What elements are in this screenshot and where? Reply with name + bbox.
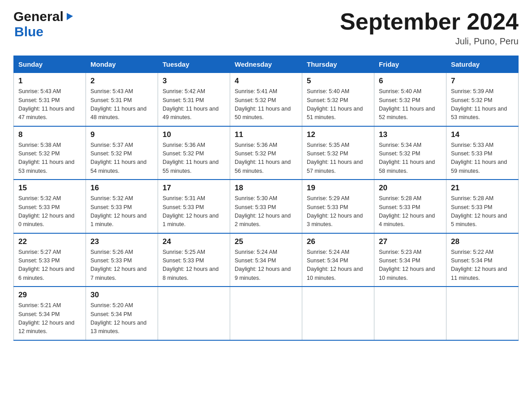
calendar-day-cell: 22Sunrise: 5:27 AMSunset: 5:33 PMDayligh… — [14, 233, 86, 287]
day-info: Sunrise: 5:32 AMSunset: 5:33 PMDaylight:… — [18, 194, 81, 229]
calendar-day-cell: 1Sunrise: 5:43 AMSunset: 5:31 PMDaylight… — [14, 73, 86, 126]
calendar-body: 1Sunrise: 5:43 AMSunset: 5:31 PMDaylight… — [14, 73, 519, 340]
day-number: 14 — [451, 130, 514, 139]
calendar-day-cell: 23Sunrise: 5:26 AMSunset: 5:33 PMDayligh… — [86, 233, 158, 287]
calendar-day-cell: 17Sunrise: 5:31 AMSunset: 5:33 PMDayligh… — [158, 180, 230, 233]
day-number: 15 — [18, 184, 81, 193]
calendar-day-cell: 18Sunrise: 5:30 AMSunset: 5:33 PMDayligh… — [230, 180, 302, 233]
calendar-day-cell — [374, 287, 446, 340]
svg-marker-0 — [67, 13, 73, 20]
weekday-header-cell: Friday — [374, 56, 446, 73]
calendar-day-cell: 13Sunrise: 5:34 AMSunset: 5:32 PMDayligh… — [374, 126, 446, 180]
calendar-week-row: 1Sunrise: 5:43 AMSunset: 5:31 PMDaylight… — [14, 73, 519, 126]
day-info: Sunrise: 5:39 AMSunset: 5:32 PMDaylight:… — [451, 87, 514, 122]
calendar-week-row: 15Sunrise: 5:32 AMSunset: 5:33 PMDayligh… — [14, 180, 519, 233]
calendar-day-cell: 27Sunrise: 5:23 AMSunset: 5:34 PMDayligh… — [374, 233, 446, 287]
day-info: Sunrise: 5:36 AMSunset: 5:32 PMDaylight:… — [163, 141, 225, 176]
calendar-table: SundayMondayTuesdayWednesdayThursdayFrid… — [13, 56, 519, 341]
day-info: Sunrise: 5:20 AMSunset: 5:34 PMDaylight:… — [90, 301, 153, 336]
day-info: Sunrise: 5:38 AMSunset: 5:32 PMDaylight:… — [18, 141, 81, 176]
calendar-day-cell: 26Sunrise: 5:24 AMSunset: 5:34 PMDayligh… — [302, 233, 374, 287]
weekday-header-cell: Monday — [86, 56, 158, 73]
calendar-day-cell: 21Sunrise: 5:28 AMSunset: 5:33 PMDayligh… — [446, 180, 519, 233]
calendar-day-cell: 6Sunrise: 5:40 AMSunset: 5:32 PMDaylight… — [374, 73, 446, 126]
calendar-day-cell: 3Sunrise: 5:42 AMSunset: 5:31 PMDaylight… — [158, 73, 230, 126]
day-info: Sunrise: 5:31 AMSunset: 5:33 PMDaylight:… — [163, 194, 225, 229]
calendar-day-cell: 11Sunrise: 5:36 AMSunset: 5:32 PMDayligh… — [230, 126, 302, 180]
calendar-day-cell — [302, 287, 374, 340]
day-number: 6 — [379, 77, 442, 86]
day-number: 10 — [163, 130, 225, 139]
calendar-day-cell — [230, 287, 302, 340]
day-number: 18 — [235, 184, 297, 193]
day-number: 21 — [451, 184, 514, 193]
day-number: 26 — [307, 237, 369, 246]
day-info: Sunrise: 5:22 AMSunset: 5:34 PMDaylight:… — [451, 248, 514, 283]
calendar-day-cell: 30Sunrise: 5:20 AMSunset: 5:34 PMDayligh… — [86, 287, 158, 340]
day-number: 27 — [379, 237, 442, 246]
day-info: Sunrise: 5:28 AMSunset: 5:33 PMDaylight:… — [379, 194, 442, 229]
day-number: 28 — [451, 237, 514, 246]
day-info: Sunrise: 5:27 AMSunset: 5:33 PMDaylight:… — [18, 248, 81, 283]
calendar-day-cell: 7Sunrise: 5:39 AMSunset: 5:32 PMDaylight… — [446, 73, 519, 126]
day-info: Sunrise: 5:33 AMSunset: 5:33 PMDaylight:… — [451, 141, 514, 176]
calendar-day-cell: 5Sunrise: 5:40 AMSunset: 5:32 PMDaylight… — [302, 73, 374, 126]
calendar-day-cell: 16Sunrise: 5:32 AMSunset: 5:33 PMDayligh… — [86, 180, 158, 233]
day-number: 25 — [235, 237, 297, 246]
day-info: Sunrise: 5:21 AMSunset: 5:34 PMDaylight:… — [18, 301, 81, 336]
day-number: 1 — [18, 77, 81, 86]
calendar-day-cell: 20Sunrise: 5:28 AMSunset: 5:33 PMDayligh… — [374, 180, 446, 233]
day-number: 9 — [90, 130, 153, 139]
calendar-day-cell: 28Sunrise: 5:22 AMSunset: 5:34 PMDayligh… — [446, 233, 519, 287]
logo-triangle-icon — [65, 11, 75, 23]
calendar-week-row: 29Sunrise: 5:21 AMSunset: 5:34 PMDayligh… — [14, 287, 519, 340]
calendar-day-cell — [446, 287, 519, 340]
day-info: Sunrise: 5:24 AMSunset: 5:34 PMDaylight:… — [235, 248, 297, 283]
day-number: 16 — [90, 184, 153, 193]
day-number: 30 — [90, 291, 153, 300]
calendar-day-cell: 25Sunrise: 5:24 AMSunset: 5:34 PMDayligh… — [230, 233, 302, 287]
day-info: Sunrise: 5:29 AMSunset: 5:33 PMDaylight:… — [307, 194, 369, 229]
calendar-title: September 2024 — [340, 9, 519, 34]
day-number: 2 — [90, 77, 153, 86]
day-info: Sunrise: 5:23 AMSunset: 5:34 PMDaylight:… — [379, 248, 442, 283]
day-info: Sunrise: 5:30 AMSunset: 5:33 PMDaylight:… — [235, 194, 297, 229]
day-info: Sunrise: 5:28 AMSunset: 5:33 PMDaylight:… — [451, 194, 514, 229]
day-info: Sunrise: 5:24 AMSunset: 5:34 PMDaylight:… — [307, 248, 369, 283]
calendar-week-row: 22Sunrise: 5:27 AMSunset: 5:33 PMDayligh… — [14, 233, 519, 287]
logo-general-text: General — [13, 9, 64, 24]
page-header: General Blue September 2024 Juli, Puno, … — [13, 9, 519, 47]
calendar-day-cell: 4Sunrise: 5:41 AMSunset: 5:32 PMDaylight… — [230, 73, 302, 126]
calendar-day-cell: 15Sunrise: 5:32 AMSunset: 5:33 PMDayligh… — [14, 180, 86, 233]
weekday-header-cell: Tuesday — [158, 56, 230, 73]
day-number: 22 — [18, 237, 81, 246]
day-info: Sunrise: 5:35 AMSunset: 5:32 PMDaylight:… — [307, 141, 369, 176]
calendar-day-cell: 8Sunrise: 5:38 AMSunset: 5:32 PMDaylight… — [14, 126, 86, 180]
day-info: Sunrise: 5:26 AMSunset: 5:33 PMDaylight:… — [90, 248, 153, 283]
day-info: Sunrise: 5:43 AMSunset: 5:31 PMDaylight:… — [90, 87, 153, 122]
weekday-header-row: SundayMondayTuesdayWednesdayThursdayFrid… — [14, 56, 519, 73]
calendar-day-cell: 29Sunrise: 5:21 AMSunset: 5:34 PMDayligh… — [14, 287, 86, 340]
calendar-week-row: 8Sunrise: 5:38 AMSunset: 5:32 PMDaylight… — [14, 126, 519, 180]
calendar-day-cell — [158, 287, 230, 340]
day-info: Sunrise: 5:40 AMSunset: 5:32 PMDaylight:… — [379, 87, 442, 122]
day-number: 13 — [379, 130, 442, 139]
day-number: 3 — [163, 77, 225, 86]
calendar-day-cell: 14Sunrise: 5:33 AMSunset: 5:33 PMDayligh… — [446, 126, 519, 180]
calendar-day-cell: 19Sunrise: 5:29 AMSunset: 5:33 PMDayligh… — [302, 180, 374, 233]
day-number: 12 — [307, 130, 369, 139]
weekday-header-cell: Saturday — [446, 56, 519, 73]
day-number: 5 — [307, 77, 369, 86]
day-number: 24 — [163, 237, 225, 246]
weekday-header-cell: Wednesday — [230, 56, 302, 73]
day-number: 4 — [235, 77, 297, 86]
calendar-day-cell: 9Sunrise: 5:37 AMSunset: 5:32 PMDaylight… — [86, 126, 158, 180]
day-info: Sunrise: 5:37 AMSunset: 5:32 PMDaylight:… — [90, 141, 153, 176]
day-number: 11 — [235, 130, 297, 139]
day-info: Sunrise: 5:41 AMSunset: 5:32 PMDaylight:… — [235, 87, 297, 122]
day-number: 20 — [379, 184, 442, 193]
day-info: Sunrise: 5:42 AMSunset: 5:31 PMDaylight:… — [163, 87, 225, 122]
weekday-header-cell: Sunday — [14, 56, 86, 73]
calendar-day-cell: 24Sunrise: 5:25 AMSunset: 5:33 PMDayligh… — [158, 233, 230, 287]
day-info: Sunrise: 5:43 AMSunset: 5:31 PMDaylight:… — [18, 87, 81, 122]
